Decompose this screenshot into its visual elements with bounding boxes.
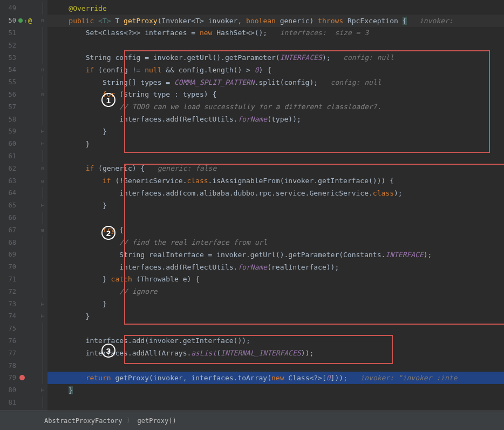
gutter-row[interactable]: 53 <box>0 51 47 64</box>
breadcrumb-item[interactable]: AbstractProxyFactory <box>44 417 122 425</box>
gutter-row[interactable]: 78 <box>0 359 47 372</box>
fold-end-icon[interactable]: ⊢ <box>40 301 45 307</box>
gutter-row[interactable]: 76 <box>0 335 47 347</box>
gutter-row[interactable]: 55 <box>0 76 47 89</box>
chevron-right-icon: 〉 <box>127 416 133 425</box>
code-token: @Override <box>69 4 106 12</box>
gutter-row[interactable]: 71 <box>0 273 47 286</box>
inline-hint: invoker: <box>407 17 453 25</box>
fold-toggle-icon[interactable]: ⊟ <box>40 67 45 72</box>
annotation-circle-2: 2 <box>101 226 115 240</box>
line-number: 77 <box>0 350 16 357</box>
editor-container: 49 50↑@⊟ 51 52 53 54⊟ 55 56⊟ 57 58 59⊢ 6… <box>0 0 504 411</box>
line-number: 58 <box>0 116 16 123</box>
fold-end-icon[interactable]: ⊢ <box>40 203 45 208</box>
at-icon: @ <box>28 17 32 24</box>
line-number: 49 <box>0 4 16 12</box>
line-number: 66 <box>0 214 16 221</box>
gutter-row[interactable]: 52 <box>0 39 47 51</box>
breadcrumb: AbstractProxyFactory 〉 getProxy() <box>0 411 504 430</box>
line-number: 59 <box>0 127 16 135</box>
gutter-row[interactable]: 56⊟ <box>0 89 47 101</box>
gutter-row[interactable]: 67⊟ <box>0 224 47 236</box>
gutter-row[interactable]: 72 <box>0 285 47 298</box>
line-number: 52 <box>0 42 16 49</box>
gutter-row[interactable]: 80⊢ <box>0 384 47 397</box>
line-number: 81 <box>0 399 16 406</box>
override-marker-icon[interactable] <box>18 18 23 23</box>
line-number: 54 <box>0 66 16 73</box>
gutter-row[interactable]: 69 <box>0 248 47 261</box>
gutter-row[interactable]: 63⊟ <box>0 174 47 187</box>
fold-end-icon[interactable]: ⊢ <box>40 387 45 393</box>
line-number: 56 <box>0 91 16 98</box>
line-number: 76 <box>0 337 16 345</box>
line-number: 74 <box>0 312 16 320</box>
inline-hint: interfaces: size = 3 <box>267 29 369 37</box>
gutter-row[interactable]: 58 <box>0 113 47 125</box>
gutter-row[interactable]: 79 <box>0 372 47 384</box>
line-number: 53 <box>0 54 16 62</box>
gutter-row[interactable]: 73⊢ <box>0 298 47 310</box>
gutter-row[interactable]: 81 <box>0 397 47 409</box>
line-number: 75 <box>0 325 16 332</box>
line-number: 67 <box>0 226 16 234</box>
gutter-row[interactable]: 51 <box>0 27 47 39</box>
line-number: 63 <box>0 177 16 185</box>
line-number: 79 <box>0 374 16 381</box>
line-number: 72 <box>0 288 16 295</box>
fold-toggle-icon[interactable]: ⊟ <box>40 18 45 23</box>
gutter-row[interactable]: 77 <box>0 347 47 359</box>
line-number: 51 <box>0 29 16 37</box>
annotation-circle-3: 3 <box>101 344 115 358</box>
gutter-row[interactable]: 59⊢ <box>0 125 47 138</box>
line-number: 57 <box>0 103 16 111</box>
line-number: 78 <box>0 362 16 369</box>
fold-toggle-icon[interactable]: ⊟ <box>40 227 45 233</box>
gutter: 49 50↑@⊟ 51 52 53 54⊟ 55 56⊟ 57 58 59⊢ 6… <box>0 0 47 411</box>
gutter-row[interactable]: 50↑@⊟ <box>0 15 47 27</box>
line-number: 69 <box>0 251 16 258</box>
gutter-row[interactable]: 54⊟ <box>0 64 47 76</box>
fold-toggle-icon[interactable]: ⊟ <box>40 92 45 97</box>
line-number: 55 <box>0 78 16 86</box>
gutter-row[interactable]: 70 <box>0 261 47 273</box>
fold-toggle-icon[interactable]: ⊟ <box>40 166 45 171</box>
gutter-row[interactable]: 68 <box>0 236 47 248</box>
line-number: 61 <box>0 152 16 160</box>
line-number: 70 <box>0 263 16 271</box>
fold-toggle-icon[interactable]: ⊟ <box>40 178 45 184</box>
line-number: 73 <box>0 300 16 308</box>
gutter-row[interactable]: 65⊢ <box>0 199 47 212</box>
gutter-row[interactable]: 74⊢ <box>0 310 47 322</box>
line-number: 71 <box>0 276 16 283</box>
gutter-row[interactable]: 60⊢ <box>0 138 47 150</box>
annotation-circle-1: 1 <box>101 93 115 107</box>
up-arrow-icon: ↑ <box>24 18 27 24</box>
breakpoint-icon[interactable] <box>19 375 25 380</box>
line-number: 80 <box>0 386 16 394</box>
line-number: 65 <box>0 201 16 209</box>
line-number: 68 <box>0 239 16 246</box>
breadcrumb-item[interactable]: getProxy() <box>138 417 176 425</box>
line-number: 50 <box>0 17 16 24</box>
fold-end-icon[interactable]: ⊢ <box>40 129 45 134</box>
gutter-row[interactable]: 66 <box>0 212 47 224</box>
fold-end-icon[interactable]: ⊢ <box>40 313 45 319</box>
code-editor[interactable]: @Override public <T> T getProxy(Invoker<… <box>47 0 504 411</box>
gutter-row[interactable]: 49 <box>0 2 47 15</box>
gutter-row[interactable]: 57 <box>0 100 47 113</box>
inline-hint: generic: false <box>145 164 216 172</box>
gutter-row[interactable]: 62⊟ <box>0 162 47 174</box>
fold-end-icon[interactable]: ⊢ <box>40 141 45 146</box>
inline-hint: invoker: "invoker :inte <box>348 374 458 382</box>
inline-hint: config: null <box>331 53 394 62</box>
gutter-row[interactable]: 64 <box>0 187 47 199</box>
line-number: 60 <box>0 140 16 147</box>
gutter-row[interactable]: 61 <box>0 150 47 163</box>
line-number: 64 <box>0 189 16 197</box>
line-number: 62 <box>0 165 16 172</box>
inline-hint: config: null <box>318 78 381 86</box>
gutter-row[interactable]: 75 <box>0 322 47 335</box>
